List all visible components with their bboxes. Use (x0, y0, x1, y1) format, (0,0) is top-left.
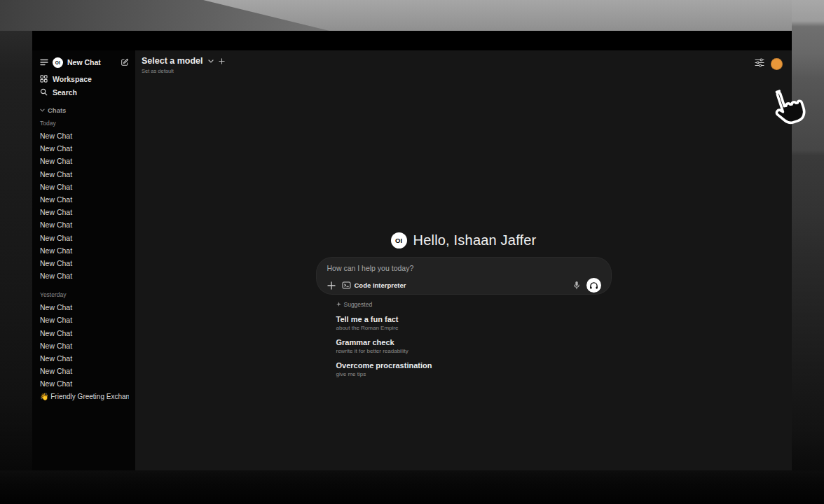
chevron-down-icon (40, 108, 45, 112)
suggested-prompt-subtitle: about the Roman Empire (336, 325, 611, 331)
list-item[interactable]: New Chat (40, 327, 129, 340)
attach-plus-icon[interactable] (327, 281, 336, 290)
user-avatar[interactable] (771, 58, 783, 70)
list-item[interactable]: New Chat (40, 340, 129, 352)
code-interpreter-toggle[interactable]: Code Interpreter (342, 281, 406, 289)
sidebar-item-workspace[interactable]: Workspace (40, 72, 129, 85)
chat-list-yesterday: New ChatNew ChatNew ChatNew ChatNew Chat… (40, 301, 129, 390)
suggested-section: Suggested Tell me a fun fact about the R… (317, 294, 611, 377)
terminal-icon (342, 281, 351, 289)
sidebar-toggle-icon[interactable] (40, 59, 48, 66)
list-item[interactable]: New Chat (40, 142, 129, 155)
open-webui-window: OI New Chat Workspace (32, 31, 792, 470)
list-item[interactable]: New Chat (40, 130, 129, 142)
suggested-prompt-title: Grammar check (336, 338, 611, 346)
desktop: OI New Chat Workspace (0, 0, 824, 504)
main-panel: Select a model Set as default (135, 50, 792, 470)
settings-sliders-icon[interactable] (755, 58, 764, 67)
list-item[interactable]: New Chat (40, 193, 129, 206)
list-item[interactable]: New Chat (40, 365, 129, 377)
suggested-prompt-title: Overcome procrastination (336, 361, 611, 370)
workspace-label: Workspace (53, 75, 92, 83)
search-label: Search (53, 88, 77, 97)
chats-section-label: Chats (48, 106, 66, 114)
suggested-prompt[interactable]: Grammar check rewrite it for better read… (336, 338, 611, 354)
list-item[interactable]: New Chat (40, 155, 129, 167)
app-logo: OI (391, 232, 407, 248)
group-label-today: Today (40, 120, 129, 127)
chats-section-toggle[interactable]: Chats (40, 105, 129, 115)
window-titlebar (32, 31, 792, 50)
message-input-placeholder[interactable]: How can I help you today? (327, 264, 601, 272)
suggested-prompt[interactable]: Tell me a fun fact about the Roman Empir… (336, 315, 611, 331)
message-composer[interactable]: How can I help you today? Code Interpret… (317, 258, 611, 294)
list-item[interactable]: New Chat (40, 377, 129, 390)
wallpaper-right (792, 0, 824, 504)
code-interpreter-label: Code Interpreter (355, 281, 406, 289)
list-item[interactable]: New Chat (40, 218, 129, 231)
greeting-text: Hello, Ishaan Jaffer (413, 232, 537, 248)
list-item[interactable]: New Chat (40, 270, 129, 282)
suggested-label: Suggested (344, 301, 373, 308)
wallpaper-bottom (0, 470, 824, 504)
sidebar-title: New Chat (67, 58, 101, 66)
suggested-list: Tell me a fun fact about the Roman Empir… (336, 315, 611, 377)
model-selector[interactable]: Select a model (142, 56, 225, 66)
chat-item-friendly-greeting[interactable]: 👋 Friendly Greeting Exchange (40, 391, 129, 403)
suggested-prompt-subtitle: give me tips (336, 371, 611, 377)
sparkle-icon (336, 302, 341, 307)
group-label-yesterday: Yesterday (40, 291, 129, 299)
chat-list-today: New ChatNew ChatNew ChatNew ChatNew Chat… (40, 130, 129, 282)
list-item[interactable]: New Chat (40, 301, 129, 314)
chevron-down-icon (208, 59, 214, 63)
microphone-icon[interactable] (573, 281, 580, 290)
headphones-icon (589, 281, 598, 290)
app-logo: OI (53, 57, 63, 68)
add-model-icon[interactable] (219, 58, 225, 64)
list-item[interactable]: New Chat (40, 244, 129, 257)
list-item[interactable]: New Chat (40, 168, 129, 181)
list-item[interactable]: New Chat (40, 352, 129, 365)
sidebar: OI New Chat Workspace (32, 50, 135, 470)
suggested-prompt-subtitle: rewrite it for better readability (336, 348, 611, 354)
workspace-grid-icon (40, 75, 48, 83)
list-item[interactable]: New Chat (40, 206, 129, 218)
model-selector-label: Select a model (142, 56, 203, 66)
sidebar-item-search[interactable]: Search (40, 85, 129, 99)
list-item[interactable]: New Chat (40, 232, 129, 244)
set-as-default-link[interactable]: Set as default (142, 68, 225, 74)
wallpaper-left (0, 31, 32, 504)
suggested-prompt-title: Tell me a fun fact (336, 315, 611, 323)
list-item[interactable]: New Chat (40, 314, 129, 326)
list-item[interactable]: New Chat (40, 181, 129, 193)
suggested-prompt[interactable]: Overcome procrastination give me tips (336, 361, 611, 377)
new-chat-icon[interactable] (121, 58, 129, 66)
list-item[interactable]: New Chat (40, 257, 129, 270)
voice-call-button[interactable] (586, 278, 601, 293)
search-icon (40, 88, 48, 96)
